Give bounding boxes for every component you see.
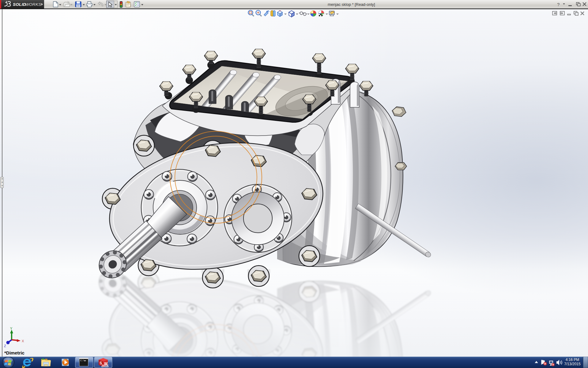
svg-text:2015: 2015 — [101, 364, 109, 368]
svg-text:Z: Z — [4, 344, 6, 348]
svg-text:Y: Y — [10, 327, 13, 330]
svg-text:X: X — [22, 339, 24, 343]
